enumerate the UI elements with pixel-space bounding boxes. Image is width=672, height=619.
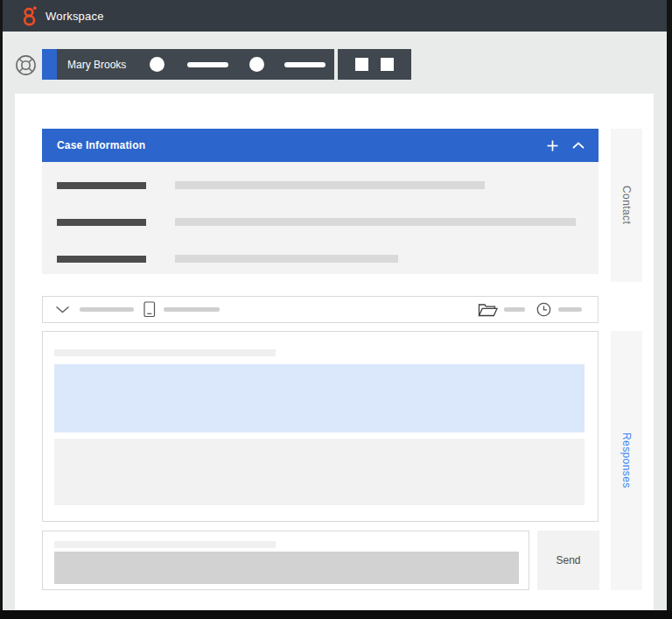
interaction-controls-bar <box>338 49 411 80</box>
case-field-label-placeholder <box>57 182 146 189</box>
transcript-header-placeholder <box>54 349 276 356</box>
responses-tab-label: Responses <box>620 433 633 489</box>
case-field-value-placeholder <box>175 181 485 189</box>
case-information-body <box>42 162 598 274</box>
top-app-bar: Workspace <box>0 0 672 32</box>
life-ring-icon <box>14 53 38 77</box>
interaction-control-button-1[interactable] <box>355 58 368 71</box>
app-title: Workspace <box>46 10 104 23</box>
case-information-header[interactable]: Case Information <box>42 129 598 162</box>
chevron-up-icon <box>572 142 584 149</box>
send-button[interactable]: Send <box>537 531 599 590</box>
party-placeholder-line <box>284 62 326 67</box>
interaction-toolbar <box>42 296 598 323</box>
case-field-label-placeholder <box>57 256 146 263</box>
composer-label-placeholder <box>54 541 276 548</box>
plus-icon <box>547 140 558 151</box>
window-border-left <box>0 0 3 619</box>
case-folder-icon <box>478 303 498 317</box>
interaction-control-button-2[interactable] <box>381 58 394 71</box>
message-input[interactable] <box>54 552 519 584</box>
expand-party-button[interactable] <box>55 306 70 313</box>
party-text-placeholder <box>80 307 134 312</box>
genesys-logo-icon <box>22 5 38 27</box>
inbound-message-bubble[interactable] <box>54 364 584 433</box>
chevron-down-icon <box>55 306 70 313</box>
window-border-bottom <box>0 610 672 619</box>
case-field-value-placeholder <box>175 255 398 263</box>
add-case-data-button[interactable] <box>544 137 560 153</box>
case-information-title: Case Information <box>57 139 145 151</box>
help-button[interactable] <box>12 52 38 78</box>
message-composer <box>42 531 529 590</box>
case-id-placeholder <box>504 307 525 312</box>
tab-contact[interactable]: Contact <box>611 129 642 282</box>
party-placeholder-circle <box>150 57 164 72</box>
case-field-label-placeholder <box>57 219 146 226</box>
interaction-party-bar[interactable]: Mary Brooks <box>42 49 334 80</box>
party-placeholder-line <box>187 62 228 67</box>
send-button-label: Send <box>556 554 580 566</box>
party-placeholder-circle <box>249 57 264 72</box>
duration-placeholder <box>558 307 582 312</box>
tab-responses[interactable]: Responses <box>611 331 642 590</box>
case-field-value-placeholder <box>175 218 576 226</box>
mobile-phone-icon <box>144 301 156 318</box>
clock-icon <box>536 302 551 317</box>
window-border-right <box>667 0 672 619</box>
contact-name: Mary Brooks <box>67 59 126 71</box>
outbound-message-bubble[interactable] <box>54 439 584 505</box>
interaction-status-accent <box>42 49 57 80</box>
phone-number-placeholder <box>164 307 220 312</box>
contact-tab-label: Contact <box>620 186 633 224</box>
transcript-panel <box>42 331 598 522</box>
collapse-case-info-button[interactable] <box>570 137 586 153</box>
